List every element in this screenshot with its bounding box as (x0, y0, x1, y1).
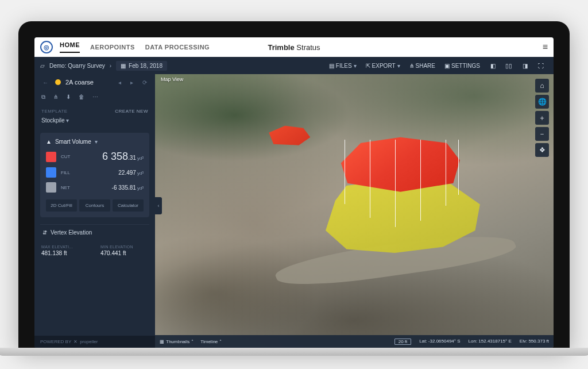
volume-icon: ▲ (46, 139, 52, 145)
elevation-stats: MAX ELEVATI… 481.138 ft MIN ELEVATION 47… (34, 243, 155, 262)
collapse-sidebar-icon[interactable]: ‹ (155, 197, 162, 214)
project-icon: ▱ (40, 63, 45, 69)
settings-label: SETTINGS (451, 63, 480, 69)
share-item-icon[interactable]: ⋔ (53, 94, 58, 101)
powered-label: POWERED BY (40, 339, 71, 344)
delete-icon[interactable]: 🗑 (79, 94, 84, 101)
back-icon[interactable]: ← (40, 79, 51, 86)
menu-icon[interactable]: ≡ (543, 42, 548, 52)
max-elev-value: 481.138 ft (41, 250, 89, 256)
files-label: FILES (336, 63, 352, 69)
vertex-icon: ⇵ (42, 229, 47, 236)
export-label: EXPORT (372, 63, 396, 69)
copy-icon[interactable]: ⧉ (41, 94, 45, 101)
project-next-icon[interactable]: › (110, 63, 111, 69)
export-menu[interactable]: ⇱EXPORT▾ (362, 61, 404, 71)
item-name: 2A coarse (65, 79, 111, 86)
thumbnails-tab[interactable]: ▦ Thumbnails ˄ (160, 339, 194, 344)
btn-2d-cutfill[interactable]: 2D Cut/Fill (46, 199, 77, 212)
screen: ◎ HOME AEROPOINTS DATA PROCESSING Trimbl… (34, 37, 554, 348)
template-label: TEMPLATE (41, 109, 68, 114)
fill-label: FILL (61, 170, 74, 175)
view-split-right[interactable]: ◨ (518, 60, 532, 71)
min-elev-value: 470.441 ft (100, 250, 148, 256)
fill-value: 22.497 (118, 170, 136, 176)
nav-tab-home[interactable]: HOME (60, 41, 80, 53)
settings-icon: ▣ (444, 63, 450, 69)
nav-tab-aeropoints[interactable]: AEROPOINTS (90, 44, 135, 51)
create-new-button[interactable]: CREATE NEW (115, 109, 148, 114)
cut-unit: yd³ (137, 156, 144, 161)
share-label: SHARE (416, 63, 435, 69)
smart-volume-card: ▲ Smart Volume ▾ CUT 6 358.31yd³ FILL 22… (40, 133, 149, 217)
coord-lon: Lon: 152.4318715° E (469, 339, 512, 345)
net-value: -6 335.81 (112, 184, 136, 191)
fill-swatch (46, 167, 56, 178)
sidebar: ← 2A coarse ◂ ▸ ⟳ ⧉ ⋔ ⬇ 🗑 ⋯ TEMPLATE CRE… (34, 74, 155, 348)
cut-swatch (46, 152, 56, 162)
template-select[interactable]: Stockpile ▾ (34, 116, 155, 129)
home-view-icon[interactable]: ⌂ (535, 79, 549, 93)
share-button[interactable]: ⋔SHARE (406, 61, 439, 71)
map-view-label: Map View (161, 76, 183, 82)
view-split-center[interactable]: ▯▯ (502, 60, 516, 71)
btn-contours[interactable]: Contours (79, 199, 110, 212)
download-icon[interactable]: ⬇ (66, 94, 71, 101)
zoom-out-icon[interactable]: － (535, 127, 549, 141)
max-elev-label: MAX ELEVATI… (41, 245, 89, 249)
cut-label: CUT (61, 154, 74, 159)
layers-icon[interactable]: ❖ (535, 143, 549, 157)
sub-toolbar: ▱ Demo: Quarry Survey › ▦ Feb 18, 2018 ▤… (34, 57, 554, 74)
zoom-in-icon[interactable]: ＋ (535, 111, 549, 125)
nav-tab-data-processing[interactable]: DATA PROCESSING (145, 44, 210, 51)
net-unit: yd³ (137, 186, 144, 191)
cut-value-dec: .31 (128, 155, 136, 161)
prev-item-icon[interactable]: ◂ (116, 79, 123, 86)
date-selector[interactable]: ▦ Feb 18, 2018 (116, 61, 167, 71)
volume-row-cut: CUT 6 358.31yd³ (46, 151, 144, 163)
app-logo: ◎ (40, 41, 53, 53)
share-icon: ⋔ (409, 63, 414, 69)
timeline-tab[interactable]: Timeline ˄ (200, 339, 222, 344)
top-nav: ◎ HOME AEROPOINTS DATA PROCESSING Trimbl… (34, 37, 554, 57)
powered-by: POWERED BY ✕ propeller (34, 336, 155, 348)
brand-bold: Trimble (268, 43, 294, 52)
fullscreen-icon[interactable]: ⛶ (534, 60, 548, 71)
volume-row-fill: FILL 22.497yd³ (46, 167, 144, 178)
project-name[interactable]: Demo: Quarry Survey (49, 63, 105, 69)
main-area: ← 2A coarse ◂ ▸ ⟳ ⧉ ⋔ ⬇ 🗑 ⋯ TEMPLATE CRE… (34, 74, 554, 348)
date-value: Feb 18, 2018 (129, 63, 163, 69)
vertex-elevation-header[interactable]: ⇵ Vertex Elevation (40, 224, 149, 240)
coord-lat: Lat: -32.0650494° S (419, 339, 460, 345)
files-icon: ▤ (329, 63, 334, 69)
viewport-footer: ▦ Thumbnails ˄ Timeline ˄ 20 ft Lat: -32… (155, 335, 554, 348)
view-split-left[interactable]: ◧ (486, 60, 500, 71)
item-actions: ⧉ ⋔ ⬇ 🗑 ⋯ (34, 90, 155, 106)
brand-light: Stratus (296, 43, 320, 52)
powered-brand: propeller (80, 339, 98, 344)
net-label: NET (61, 185, 74, 190)
more-icon[interactable]: ⋯ (92, 94, 98, 101)
vertex-title: Vertex Elevation (51, 229, 92, 236)
stockpile-cut-volume (334, 134, 466, 192)
btn-calculator[interactable]: Calculator (113, 199, 144, 212)
card-title: Smart Volume (55, 139, 91, 145)
card-dropdown-icon[interactable]: ▾ (95, 139, 98, 145)
map-viewport[interactable]: Map View ‹ ⌂ 🌐 ＋ － ❖ ▦ Thumbnails ˄ Time… (155, 74, 554, 348)
viewport-tools: ⌂ 🌐 ＋ － ❖ (535, 79, 549, 157)
item-color-dot (55, 79, 61, 85)
next-item-icon[interactable]: ▸ (128, 79, 136, 86)
files-menu[interactable]: ▤FILES▾ (326, 61, 360, 71)
fill-unit: yd³ (137, 171, 144, 176)
scale-indicator: 20 ft (394, 339, 412, 345)
net-swatch (46, 182, 56, 193)
laptop-frame: ◎ HOME AEROPOINTS DATA PROCESSING Trimbl… (18, 21, 570, 348)
settings-button[interactable]: ▣SETTINGS (441, 61, 483, 71)
globe-icon[interactable]: 🌐 (535, 95, 549, 109)
cut-value-big: 6 358 (102, 151, 128, 162)
export-icon: ⇱ (366, 63, 370, 69)
propeller-icon: ✕ (74, 339, 78, 344)
coord-elv: Elv: 550.373 ft (520, 339, 549, 345)
min-elev-label: MIN ELEVATION (100, 245, 148, 249)
refresh-icon[interactable]: ⟳ (140, 79, 149, 86)
